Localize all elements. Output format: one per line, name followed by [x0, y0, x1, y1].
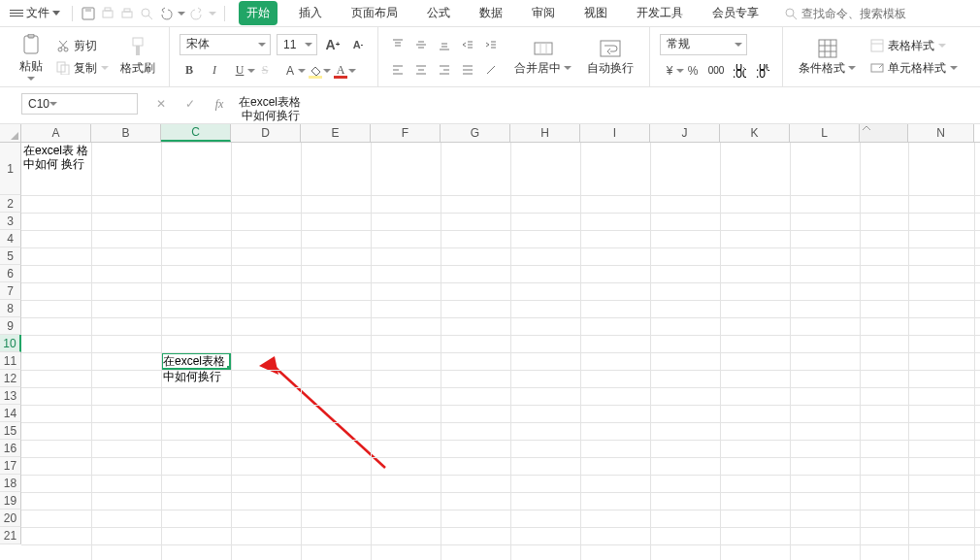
- undo-icon[interactable]: [158, 6, 174, 21]
- fill-color-button[interactable]: [306, 61, 325, 81]
- row-header-2[interactable]: 2: [0, 195, 21, 213]
- col-header-N[interactable]: N: [908, 124, 974, 142]
- cells-area[interactable]: 在excel表 格中如何 换行 在excel表格 中如何换行: [21, 143, 980, 560]
- underline-button[interactable]: U: [230, 61, 249, 81]
- align-top-button[interactable]: [388, 35, 408, 54]
- align-left-button[interactable]: [388, 60, 408, 80]
- col-header-B[interactable]: B: [91, 124, 161, 142]
- format-painter-button[interactable]: 格式刷: [116, 35, 159, 79]
- col-header-D[interactable]: D: [231, 124, 301, 142]
- comma-button[interactable]: 000: [706, 61, 726, 81]
- row-header-9[interactable]: 9: [0, 317, 21, 335]
- font-size-select[interactable]: 11: [277, 34, 317, 55]
- increase-decimal-button[interactable]: .0.00: [730, 61, 749, 81]
- tab-home[interactable]: 开始: [239, 1, 278, 25]
- row-header-11[interactable]: 11: [0, 352, 21, 370]
- tab-page-layout[interactable]: 页面布局: [343, 1, 406, 25]
- strike-button[interactable]: S: [255, 61, 275, 81]
- tab-review[interactable]: 审阅: [524, 1, 563, 25]
- file-menu[interactable]: 文件: [6, 3, 64, 23]
- separator: [224, 6, 225, 21]
- row-header-12[interactable]: 12: [0, 370, 21, 387]
- formula-content[interactable]: 在excel表格 中如何换行: [239, 93, 301, 122]
- tab-member[interactable]: 会员专享: [704, 1, 767, 25]
- row-header-7[interactable]: 7: [0, 282, 21, 300]
- table-style-button[interactable]: 表格样式: [867, 37, 961, 55]
- increase-font-button[interactable]: A+: [323, 35, 343, 54]
- select-all-corner[interactable]: [0, 124, 21, 142]
- col-header-H[interactable]: H: [510, 124, 580, 142]
- row-header-4[interactable]: 4: [0, 230, 21, 247]
- row-header-20[interactable]: 20: [0, 510, 21, 527]
- currency-button[interactable]: ¥: [660, 61, 679, 81]
- merge-center-button[interactable]: 合并居中: [508, 36, 577, 79]
- col-header-L[interactable]: L: [790, 124, 860, 142]
- col-header-K[interactable]: K: [720, 124, 790, 142]
- font-name-select[interactable]: 宋体: [180, 34, 271, 55]
- insert-function-button[interactable]: fx: [210, 94, 229, 114]
- decrease-indent-button[interactable]: [458, 35, 477, 54]
- col-header-G[interactable]: G: [441, 124, 510, 142]
- orientation-button[interactable]: [481, 60, 501, 80]
- search-input[interactable]: [801, 7, 928, 20]
- align-middle-button[interactable]: [411, 35, 431, 54]
- align-bottom-button[interactable]: [435, 35, 454, 54]
- redo-icon[interactable]: [189, 6, 205, 21]
- align-center-button[interactable]: [411, 60, 431, 80]
- number-format-select[interactable]: 常规: [660, 34, 747, 55]
- row-header-3[interactable]: 3: [0, 213, 21, 230]
- font-color-button[interactable]: A: [331, 61, 350, 81]
- tab-formulas[interactable]: 公式: [419, 1, 458, 25]
- name-box[interactable]: C10: [21, 93, 138, 115]
- col-header-F[interactable]: F: [371, 124, 441, 142]
- print-icon[interactable]: [119, 6, 135, 21]
- row-header-17[interactable]: 17: [0, 457, 21, 475]
- col-header-I[interactable]: I: [580, 124, 650, 142]
- row-header-16[interactable]: 16: [0, 440, 21, 457]
- row-header-18[interactable]: 18: [0, 475, 21, 492]
- preview-icon[interactable]: [139, 6, 154, 21]
- row-header-6[interactable]: 6: [0, 265, 21, 282]
- bold-button[interactable]: B: [180, 61, 199, 81]
- tab-insert[interactable]: 插入: [291, 1, 330, 25]
- undo-dropdown-icon[interactable]: [178, 12, 185, 16]
- col-header-E[interactable]: E: [301, 124, 371, 142]
- row-header-14[interactable]: 14: [0, 405, 21, 422]
- wrap-text-button[interactable]: 自动换行: [581, 36, 639, 79]
- command-search[interactable]: [784, 7, 928, 20]
- col-header-J[interactable]: J: [650, 124, 720, 142]
- cond-format-button[interactable]: 条件格式: [793, 36, 862, 79]
- decrease-decimal-button[interactable]: .00.0: [753, 61, 772, 81]
- paste-button[interactable]: 粘贴: [14, 32, 49, 82]
- align-right-button[interactable]: [435, 60, 454, 80]
- cut-button[interactable]: 剪切: [52, 37, 113, 55]
- redo-dropdown-icon[interactable]: [209, 12, 216, 16]
- save-icon[interactable]: [81, 6, 96, 21]
- italic-button[interactable]: I: [205, 61, 224, 81]
- cell-style-button[interactable]: 单元格样式: [867, 59, 961, 78]
- tab-dev-tools[interactable]: 开发工具: [629, 1, 691, 25]
- decrease-font-button[interactable]: A-: [348, 35, 368, 54]
- col-header-C[interactable]: C: [161, 124, 231, 142]
- confirm-edit-button[interactable]: ✓: [180, 94, 200, 114]
- percent-button[interactable]: %: [683, 61, 702, 81]
- row-header-15[interactable]: 15: [0, 422, 21, 440]
- row-header-13[interactable]: 13: [0, 387, 21, 405]
- print-preview-icon[interactable]: [100, 6, 115, 21]
- increase-indent-button[interactable]: [481, 35, 501, 54]
- text-effect-button[interactable]: A: [280, 61, 300, 81]
- row-header-8[interactable]: 8: [0, 300, 21, 317]
- col-header-A[interactable]: A: [21, 124, 91, 142]
- row-header-10[interactable]: 10: [0, 335, 21, 352]
- tab-view[interactable]: 视图: [576, 1, 615, 25]
- row-header-5[interactable]: 5: [0, 247, 21, 265]
- row-header-19[interactable]: 19: [0, 492, 21, 510]
- row-header-21[interactable]: 21: [0, 527, 21, 544]
- justify-button[interactable]: [458, 60, 477, 80]
- copy-button[interactable]: 复制: [52, 59, 113, 78]
- cancel-edit-button[interactable]: ✕: [151, 94, 171, 114]
- font-size-value: 11: [283, 38, 296, 51]
- tab-data[interactable]: 数据: [472, 1, 510, 25]
- col-header-scroll[interactable]: [860, 124, 908, 142]
- row-header-1[interactable]: 1: [0, 143, 21, 195]
